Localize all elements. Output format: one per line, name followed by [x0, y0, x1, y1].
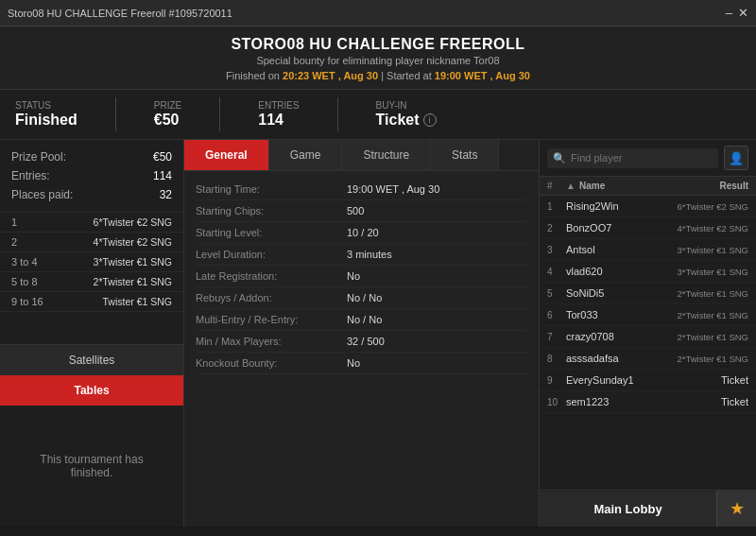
entries-label: Entries [258, 100, 299, 111]
info-icon[interactable]: i [423, 113, 437, 127]
info-row: Multi-Entry / Re-Entry:No / No [196, 309, 527, 331]
player-name: sem1223 [566, 396, 673, 407]
player-name: asssadafsa [566, 353, 673, 364]
player-result: 2*Twister €1 SNG [673, 288, 748, 299]
prize-value: €50 [154, 112, 181, 129]
info-value: 10 / 20 [347, 227, 379, 238]
info-label: Late Registration: [196, 270, 347, 282]
place-prize: Twister €1 SNG [102, 296, 172, 307]
player-result: 3*Twister €1 SNG [673, 245, 748, 255]
general-content: Starting Time:19:00 WET , Aug 30Starting… [184, 171, 539, 527]
places-paid-row: Places paid: 32 [11, 185, 172, 204]
finished-label: Finished on [226, 70, 280, 81]
title-bar-text: Storo08 HU CHALLENGE Freeroll #109572001… [8, 8, 232, 19]
entries-value: 114 [258, 112, 299, 129]
player-row[interactable]: 7crazy07082*Twister €1 SNG [540, 326, 756, 348]
header: STORO08 HU CHALLENGE FREEROLL Special bo… [0, 26, 756, 90]
player-name: crazy0708 [566, 331, 673, 342]
place-row: 3 to 43*Twister €1 SNG [0, 252, 183, 272]
player-row[interactable]: 5SoNiDi52*Twister €1 SNG [540, 283, 756, 304]
player-rank: 7 [547, 332, 566, 342]
favorite-button[interactable]: ★ [716, 491, 756, 527]
right-panel: 🔍 👤 # ▲ Name Result 1Rising2Win6*Twister… [539, 140, 756, 527]
player-name: SoNiDi5 [566, 287, 673, 299]
place-prize: 4*Twister €2 SNG [94, 236, 172, 248]
tab-general[interactable]: General [184, 140, 269, 170]
info-row: Level Duration:3 minutes [196, 244, 527, 266]
close-button[interactable]: ✕ [738, 7, 748, 19]
info-label: Rebuys / Addon: [196, 292, 347, 303]
players-table-header: # ▲ Name Result [540, 177, 756, 196]
place-number: 1 [11, 216, 54, 228]
player-row[interactable]: 2BonzOO74*Twister €2 SNG [540, 217, 756, 239]
minimize-button[interactable]: – [726, 7, 732, 19]
place-prize: 3*Twister €1 SNG [94, 256, 172, 268]
player-rank: 2 [547, 223, 566, 233]
player-rank: 10 [547, 397, 566, 407]
prize-pool-label: Prize Pool: [11, 150, 66, 164]
tab-structure[interactable]: Structure [342, 140, 431, 170]
prize-pool-row: Prize Pool: €50 [11, 147, 172, 166]
tab-game[interactable]: Game [269, 140, 343, 170]
player-result: 2*Twister €1 SNG [673, 310, 748, 320]
col-name-header: Name [579, 181, 673, 191]
tab-stats[interactable]: Stats [431, 140, 499, 170]
player-row[interactable]: 3Antsol3*Twister €1 SNG [540, 239, 756, 261]
status-value: Finished [15, 112, 77, 129]
entries-label-left: Entries: [11, 169, 50, 182]
left-panel: Prize Pool: €50 Entries: 114 Places paid… [0, 140, 184, 527]
buyin-value: Ticket [376, 112, 420, 129]
search-input[interactable] [571, 152, 713, 164]
player-row[interactable]: 9EverySunday1Ticket [540, 370, 756, 391]
player-name: vlad620 [566, 266, 673, 277]
player-row[interactable]: 1Rising2Win6*Twister €2 SNG [540, 196, 756, 217]
player-rank: 3 [547, 245, 566, 255]
buyin-info: Ticket i [376, 111, 437, 129]
place-prize: 6*Twister €2 SNG [94, 216, 172, 228]
player-row[interactable]: 10sem1223Ticket [540, 391, 756, 413]
panel-bottom: Satellites Tables This tournament has fi… [0, 344, 183, 527]
place-number: 9 to 16 [11, 296, 54, 307]
status-item-entries: Entries 114 [258, 100, 299, 129]
status-item-prize: Prize €50 [154, 100, 181, 129]
player-result: 6*Twister €2 SNG [673, 201, 748, 212]
finished-message: This tournament has finished. [0, 406, 183, 527]
player-row[interactable]: 4vlad6203*Twister €1 SNG [540, 261, 756, 283]
player-rank: 5 [547, 288, 566, 299]
prize-label: Prize [154, 100, 181, 111]
tabs-bar: GeneralGameStructureStats [184, 140, 539, 171]
entries-value-left: 114 [153, 169, 172, 182]
player-rank: 6 [547, 310, 566, 320]
satellites-button[interactable]: Satellites [0, 344, 183, 375]
players-list: 1Rising2Win6*Twister €2 SNG2BonzOO74*Twi… [540, 196, 756, 490]
info-label: Knockout Bounty: [196, 357, 347, 369]
entries-row: Entries: 114 [11, 166, 172, 185]
player-rank: 1 [547, 201, 566, 212]
info-row: Starting Time:19:00 WET , Aug 30 [196, 179, 527, 200]
divider-1 [115, 97, 116, 131]
status-item-buyin: Buy-in Ticket i [376, 100, 437, 129]
place-row: 9 to 16Twister €1 SNG [0, 292, 183, 312]
place-row: 24*Twister €2 SNG [0, 233, 183, 252]
info-row: Min / Max Players:32 / 500 [196, 331, 527, 353]
info-value: 19:00 WET , Aug 30 [347, 183, 439, 195]
main-lobby-bar: Main Lobby ★ [540, 490, 756, 527]
player-rank: 9 [547, 375, 566, 386]
main-content: Prize Pool: €50 Entries: 114 Places paid… [0, 140, 756, 527]
places-table: 16*Twister €2 SNG24*Twister €2 SNG3 to 4… [0, 213, 183, 344]
place-number: 3 to 4 [11, 256, 54, 268]
started-time: 19:00 WET , Aug 30 [435, 70, 530, 81]
main-lobby-button[interactable]: Main Lobby [540, 492, 716, 527]
tables-button[interactable]: Tables [0, 375, 183, 406]
place-prize: 2*Twister €1 SNG [94, 276, 172, 287]
info-row: Late Registration:No [196, 266, 527, 287]
divider-2 [219, 97, 220, 131]
player-result: 4*Twister €2 SNG [673, 223, 748, 233]
title-bar: Storo08 HU CHALLENGE Freeroll #109572001… [0, 0, 756, 26]
info-label: Level Duration: [196, 249, 347, 260]
player-row[interactable]: 8asssadafsa2*Twister €1 SNG [540, 348, 756, 370]
title-bar-controls: – ✕ [726, 7, 748, 19]
started-label: Started at [387, 70, 432, 81]
player-row[interactable]: 6Tor0332*Twister €1 SNG [540, 304, 756, 326]
add-player-button[interactable]: 👤 [724, 146, 748, 170]
